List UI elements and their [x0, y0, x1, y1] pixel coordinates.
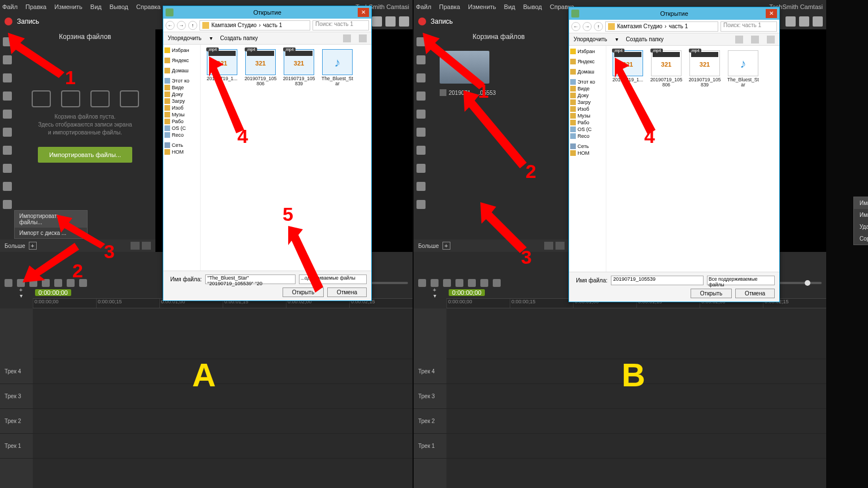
- tracks-area[interactable]: [446, 308, 826, 488]
- track-4-label[interactable]: Трек 4: [414, 359, 446, 384]
- file-item-4[interactable]: ♪The_Bluest_Star: [320, 49, 354, 87]
- hand-icon[interactable]: [785, 16, 796, 27]
- help-icon[interactable]: [359, 34, 367, 42]
- filename-input[interactable]: "The_Bluest_Star" "20190719_105539" "20: [205, 274, 296, 284]
- tree-hom[interactable]: HOM: [172, 149, 184, 155]
- add-track-button[interactable]: +: [17, 287, 25, 293]
- add-track-button[interactable]: +: [431, 287, 439, 293]
- zoom-icon[interactable]: [493, 279, 501, 287]
- tree-hom[interactable]: HOM: [578, 150, 589, 156]
- folder-tree[interactable]: Избран Яндекс Домаш Этот ко Виде Доку За…: [569, 46, 606, 272]
- ctx-sort[interactable]: Сортировка: [854, 233, 868, 245]
- arrange-button[interactable]: Упорядочить: [168, 35, 202, 41]
- breadcrumb[interactable]: Камтазия Студио› часть 1: [605, 21, 718, 32]
- split-icon[interactable]: [480, 279, 488, 287]
- track-menu-button[interactable]: ▾: [17, 293, 25, 298]
- hand-icon[interactable]: [372, 16, 382, 27]
- back-icon[interactable]: ←: [571, 22, 580, 31]
- open-button[interactable]: Открыть: [691, 289, 732, 298]
- menu-file[interactable]: Файл: [416, 3, 431, 10]
- tree-videos[interactable]: Виде: [578, 86, 589, 91]
- file-item-2[interactable]: .mp432120190719_105806: [244, 49, 277, 87]
- tree-yandex[interactable]: Яндекс: [172, 58, 189, 63]
- cancel-button[interactable]: Отмена: [735, 289, 775, 298]
- crop-icon[interactable]: [385, 16, 396, 27]
- new-folder-button[interactable]: Создать папку: [220, 35, 258, 41]
- cursor-icon[interactable]: [3, 146, 12, 155]
- crumb-2[interactable]: часть 1: [669, 23, 688, 29]
- more-plus-button[interactable]: +: [442, 242, 450, 250]
- ctx-import-disk[interactable]: Импорт с диска ...: [854, 209, 868, 221]
- file-item-3[interactable]: .mp432120190719_105839: [282, 49, 316, 87]
- crumb-2[interactable]: часть 1: [263, 22, 282, 28]
- search-input[interactable]: Поиск: часть 1: [721, 21, 777, 32]
- track-1-label[interactable]: Трек 1: [0, 434, 33, 459]
- menu-output[interactable]: Вывод: [110, 3, 128, 10]
- tree-downloads[interactable]: Загру: [172, 98, 185, 104]
- animations-icon[interactable]: [416, 128, 426, 137]
- track-2-label[interactable]: Трек 2: [414, 409, 446, 434]
- view-mode-icon[interactable]: [343, 34, 351, 42]
- thumb-view-icon[interactable]: [544, 242, 553, 250]
- audio-icon[interactable]: [416, 182, 426, 191]
- preview-pane-icon[interactable]: [751, 36, 759, 43]
- menu-view[interactable]: Вид: [504, 3, 515, 10]
- tree-videos[interactable]: Виде: [172, 85, 184, 90]
- list-view-icon[interactable]: [142, 242, 151, 250]
- tree-docs[interactable]: Доку: [578, 93, 589, 98]
- copy-icon[interactable]: [455, 279, 463, 287]
- voice-icon[interactable]: [416, 164, 426, 173]
- tree-computer[interactable]: Этот ко: [578, 79, 595, 85]
- tree-desktop[interactable]: Рабо: [578, 120, 589, 125]
- voice-icon[interactable]: [3, 164, 12, 173]
- close-icon[interactable]: ✕: [358, 8, 369, 17]
- tree-osc[interactable]: OS (C: [578, 127, 592, 132]
- audio-icon[interactable]: [3, 182, 12, 191]
- forward-icon[interactable]: →: [177, 21, 186, 30]
- view-mode-icon[interactable]: [735, 36, 743, 43]
- tree-home[interactable]: Домаш: [172, 68, 189, 73]
- file-item-3[interactable]: .mp432120190719_105839: [688, 50, 722, 88]
- tree-osc[interactable]: OS (C: [172, 125, 186, 131]
- menu-view[interactable]: Вид: [90, 3, 102, 10]
- tree-home[interactable]: Домаш: [578, 69, 594, 75]
- folder-tree[interactable]: Избран Яндекс Домаш Этот ко Виде Доку За…: [163, 45, 201, 271]
- back-icon[interactable]: ←: [166, 21, 175, 30]
- visual-icon[interactable]: [416, 200, 426, 209]
- forward-icon[interactable]: →: [583, 22, 592, 31]
- up-icon[interactable]: ↑: [594, 22, 603, 31]
- tree-docs[interactable]: Доку: [172, 91, 183, 97]
- tree-images[interactable]: Изоб: [578, 106, 589, 112]
- search-input[interactable]: Поиск: часть 1: [313, 20, 369, 30]
- crumb-1[interactable]: Камтазия Студио: [211, 22, 257, 28]
- menu-modify[interactable]: Изменить: [468, 3, 496, 10]
- tree-network[interactable]: Сеть: [578, 143, 589, 149]
- tree-music[interactable]: Музы: [172, 112, 185, 117]
- import-files-button[interactable]: Импортировать файлы...: [38, 147, 132, 163]
- filetype-select[interactable]: Все поддерживаемые файлы: [707, 276, 775, 285]
- tree-images[interactable]: Изоб: [172, 105, 184, 111]
- paste-icon[interactable]: [468, 279, 476, 287]
- tree-desktop[interactable]: Рабо: [172, 119, 184, 124]
- menu-help[interactable]: Справка: [136, 3, 160, 10]
- transitions-icon[interactable]: [3, 91, 12, 101]
- cancel-button[interactable]: Отмена: [327, 287, 367, 297]
- cursor-icon[interactable]: [416, 146, 426, 155]
- tracks-area[interactable]: [33, 308, 413, 488]
- track-3-label[interactable]: Трек 3: [0, 384, 33, 409]
- crop-icon[interactable]: [799, 16, 809, 27]
- track-menu-button[interactable]: ▾: [431, 293, 439, 298]
- tree-music[interactable]: Музы: [578, 113, 591, 119]
- tree-computer[interactable]: Этот ко: [172, 78, 189, 84]
- file-item-4[interactable]: ♪The_Bluest_Star: [726, 50, 760, 88]
- behaviors-icon[interactable]: [416, 110, 426, 119]
- undo-icon[interactable]: [418, 279, 426, 287]
- tree-reco[interactable]: Reco: [578, 133, 589, 139]
- track-1-label[interactable]: Трек 1: [414, 434, 446, 459]
- visual-icon[interactable]: [3, 200, 12, 209]
- tree-favorites[interactable]: Избран: [172, 47, 189, 53]
- arrange-button[interactable]: Упорядочить: [574, 36, 607, 42]
- cut-icon[interactable]: [443, 279, 451, 287]
- close-icon[interactable]: ✕: [766, 9, 777, 18]
- animations-icon[interactable]: [3, 128, 12, 137]
